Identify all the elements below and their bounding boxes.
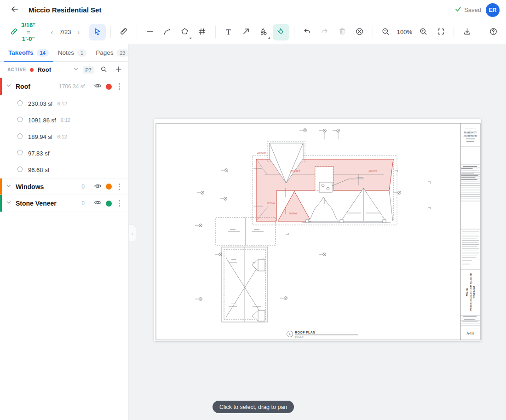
delete-button[interactable] <box>334 24 351 40</box>
page-badge: P7 <box>83 66 94 74</box>
redo-icon <box>320 27 329 37</box>
toolbar: 3/16" = 1'-0" ‹ 7/23 › <box>0 20 506 44</box>
firm-name-line2: ARCHITECTS <box>464 135 477 137</box>
prev-page-button[interactable]: ‹ <box>49 27 55 38</box>
count-tool-button[interactable] <box>194 24 211 40</box>
takeoff-group-roof[interactable]: Roof 1706.34 sf <box>0 78 128 95</box>
tab-label: Notes <box>58 49 74 56</box>
deselect-button[interactable] <box>351 24 368 40</box>
chevron-down-icon[interactable] <box>6 183 12 191</box>
project-info-vertical: Miccio 0 Wellesley Street., Parcel ID: 0… <box>465 273 475 311</box>
takeoff-item[interactable]: 1091.86 sf 6:12 <box>0 112 128 128</box>
roof-items-list: 230.03 sf 6:12 1091.86 sf 6:12 189.94 sf… <box>0 95 128 178</box>
visibility-toggle[interactable] <box>92 198 103 209</box>
active-takeoff-name[interactable]: Roof <box>37 66 51 73</box>
takeoff-group-windows[interactable]: Windows 0 <box>0 178 128 195</box>
group-color-dot[interactable] <box>106 201 112 207</box>
fit-to-screen-button[interactable] <box>432 24 449 40</box>
undo-button[interactable] <box>299 24 316 40</box>
plus-icon <box>115 66 122 74</box>
sidebar-collapse-handle[interactable]: ‹ <box>129 224 136 242</box>
takeoff-item[interactable]: 97.83 sf <box>0 145 128 161</box>
group-color-dot[interactable] <box>106 84 112 90</box>
magnet-snap-tool-button[interactable] <box>273 24 289 40</box>
tab-pages[interactable]: Pages 23 <box>91 44 133 61</box>
redo-button[interactable] <box>316 24 333 40</box>
plan-title: ROOF PLAN <box>295 331 316 334</box>
page-navigation: ‹ 7/23 › <box>49 27 81 38</box>
takeoff-polygon-gable-roof[interactable] <box>278 191 311 221</box>
add-takeoff-button[interactable] <box>113 64 124 75</box>
undo-icon <box>303 27 311 37</box>
group-menu-button[interactable] <box>115 182 124 192</box>
polygon-tool-button[interactable] <box>177 24 193 40</box>
next-page-button[interactable]: › <box>75 27 81 38</box>
tab-count-badge: 14 <box>37 49 49 57</box>
group-name: Stone Veneer <box>16 200 57 207</box>
line-tool-button[interactable] <box>142 24 158 40</box>
avatar[interactable]: ER <box>486 3 500 17</box>
hash-icon <box>198 27 207 37</box>
group-total: 0 <box>81 184 85 190</box>
zoom-in-icon <box>419 27 428 37</box>
tooltip-text: Click to select, drag to pan <box>219 404 287 410</box>
download-icon <box>463 27 472 37</box>
item-value: 1091.86 sf <box>28 117 56 124</box>
zoom-out-button[interactable] <box>378 24 394 40</box>
takeoff-group-stone-veneer[interactable]: Stone Veneer 0 <box>0 195 128 212</box>
arrow-tool-button[interactable] <box>238 24 254 40</box>
curve-tool-button[interactable] <box>159 24 176 40</box>
group-color-dot[interactable] <box>106 184 112 190</box>
pentagon-icon <box>17 132 23 141</box>
detail-number: 1 <box>289 333 290 335</box>
divider <box>373 26 373 38</box>
takeoff-item[interactable]: 189.94 sf 6:12 <box>0 128 128 145</box>
group-menu-button[interactable] <box>115 198 124 208</box>
search-button[interactable] <box>98 64 109 75</box>
plan-scale: 3/16"=1'-0" <box>295 336 304 338</box>
measurement-label: 189.94 sf <box>368 170 378 172</box>
project-address: 0 Wellesley Street., Parcel ID: 032-021-… <box>470 273 472 311</box>
visibility-toggle[interactable] <box>92 81 103 92</box>
divider <box>454 26 454 38</box>
measurement-label: 230.03 sf <box>257 152 266 154</box>
pentagon-icon <box>17 149 23 158</box>
download-button[interactable] <box>459 24 475 40</box>
zoom-in-button[interactable] <box>415 24 431 40</box>
group-menu-button[interactable] <box>115 81 124 92</box>
shapes-tool-button[interactable] <box>255 24 272 40</box>
zoom-level[interactable]: 100% <box>395 29 414 35</box>
takeoff-item[interactable]: 230.03 sf 6:12 <box>0 95 128 112</box>
divider <box>110 26 111 38</box>
help-button[interactable] <box>485 24 501 40</box>
drawing-canvas[interactable]: ‹ MAHONEY ARCHITECTS <box>129 44 506 420</box>
group-name: Roof <box>16 83 30 90</box>
chevron-down-icon[interactable] <box>6 199 12 207</box>
tab-notes[interactable]: Notes 1 <box>53 44 91 61</box>
back-button[interactable] <box>7 3 22 17</box>
search-icon <box>100 66 107 74</box>
item-value: 97.83 sf <box>28 150 49 157</box>
divider <box>480 26 480 38</box>
divider <box>137 26 137 38</box>
save-status: Saved <box>455 6 481 14</box>
roof-plan-lower-wing <box>216 218 276 322</box>
chevron-left-icon: ‹ <box>132 230 133 236</box>
divider <box>42 26 42 38</box>
title-block-notes <box>462 232 479 264</box>
measurement-label: 96.68 sf <box>289 213 297 215</box>
measure-tool-button[interactable] <box>115 24 132 40</box>
scale-button[interactable]: 3/16" = 1'-0" <box>8 19 37 45</box>
takeoff-item[interactable]: 96.68 sf <box>0 161 128 178</box>
curve-icon <box>163 27 172 37</box>
eye-icon <box>94 199 102 208</box>
visibility-toggle[interactable] <box>92 181 103 192</box>
chevron-down-icon[interactable] <box>6 82 12 91</box>
plan-sheet[interactable]: MAHONEY ARCHITECTS <box>154 119 481 341</box>
select-tool-button[interactable] <box>89 24 106 40</box>
group-total: 1706.34 sf <box>59 83 85 90</box>
text-tool-button[interactable]: T <box>220 24 237 40</box>
chevron-down-icon[interactable] <box>73 66 79 74</box>
sidebar-tabs: Takeoffs 14 Notes 1 Pages 23 <box>0 44 128 62</box>
tab-takeoffs[interactable]: Takeoffs 14 <box>4 44 53 61</box>
